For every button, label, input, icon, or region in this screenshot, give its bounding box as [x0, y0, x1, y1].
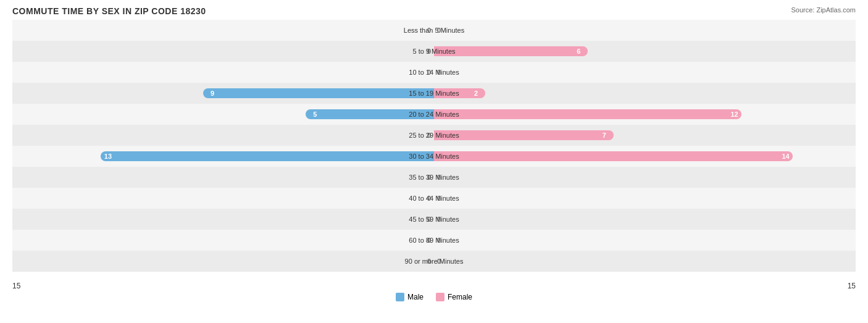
male-value: 13: [104, 153, 112, 160]
female-value: 12: [730, 111, 738, 118]
legend-male-label: Male: [407, 293, 424, 301]
legend-male-box: [396, 293, 404, 301]
chart-row: 60 to 89 Minutes00: [12, 230, 856, 251]
female-value: 14: [782, 153, 789, 160]
female-value: 6: [577, 48, 580, 55]
axis-right-value: 15: [848, 282, 856, 290]
row-label: 40 to 44 Minutes: [409, 195, 459, 202]
chart-area: Less than 5 Minutes005 to 9 Minutes0610 …: [12, 20, 856, 279]
male-value-zero: 0: [427, 69, 431, 76]
row-label: 45 to 59 Minutes: [409, 216, 459, 223]
chart-row: 45 to 59 Minutes00: [12, 209, 856, 230]
chart-row: 30 to 34 Minutes1314: [12, 146, 856, 167]
chart-row: Less than 5 Minutes00: [12, 20, 856, 41]
female-value-zero: 0: [437, 174, 441, 181]
female-value: 7: [603, 132, 606, 139]
chart-title: COMMUTE TIME BY SEX IN ZIP CODE 18230: [12, 6, 856, 16]
male-value-zero: 0: [427, 48, 431, 55]
row-label: Less than 5 Minutes: [404, 27, 464, 34]
female-value: 2: [474, 90, 478, 97]
legend-female-label: Female: [448, 293, 472, 301]
male-value-zero: 0: [427, 195, 431, 202]
female-value-zero: 0: [437, 69, 441, 76]
female-value-zero: 0: [437, 237, 441, 244]
male-value-zero: 0: [427, 27, 431, 34]
male-value-zero: 0: [427, 237, 431, 244]
chart-row: 15 to 19 Minutes92: [12, 83, 856, 104]
row-label: 35 to 39 Minutes: [409, 174, 459, 181]
male-value: 9: [211, 90, 214, 97]
chart-row: 90 or more Minutes00: [12, 251, 856, 272]
chart-row: 10 to 14 Minutes00: [12, 62, 856, 83]
chart-row: 40 to 44 Minutes00: [12, 188, 856, 209]
legend: Male Female: [12, 293, 856, 301]
male-value-zero: 0: [427, 174, 431, 181]
male-value: 5: [313, 111, 317, 118]
female-value-zero: 0: [437, 195, 441, 202]
row-label: 60 to 89 Minutes: [409, 237, 459, 244]
legend-female-box: [436, 293, 444, 301]
axis-left-value: 15: [12, 282, 20, 290]
row-label: 10 to 14 Minutes: [409, 69, 459, 76]
chart-row: 20 to 24 Minutes512: [12, 104, 856, 125]
legend-female: Female: [436, 293, 472, 301]
legend-male: Male: [396, 293, 424, 301]
male-value-zero: 0: [427, 258, 431, 265]
male-value-zero: 0: [427, 132, 431, 139]
female-value-zero: 0: [437, 27, 441, 34]
male-value-zero: 0: [427, 216, 431, 223]
chart-row: 25 to 29 Minutes07: [12, 125, 856, 146]
chart-row: 5 to 9 Minutes06: [12, 41, 856, 62]
row-label: 90 or more Minutes: [405, 258, 464, 265]
female-value-zero: 0: [437, 258, 441, 265]
chart-container: COMMUTE TIME BY SEX IN ZIP CODE 18230 So…: [0, 0, 868, 323]
chart-row: 35 to 39 Minutes00: [12, 167, 856, 188]
axis-bottom: 15 15: [12, 282, 856, 290]
female-value-zero: 0: [437, 216, 441, 223]
source-label: Source: ZipAtlas.com: [791, 6, 856, 14]
